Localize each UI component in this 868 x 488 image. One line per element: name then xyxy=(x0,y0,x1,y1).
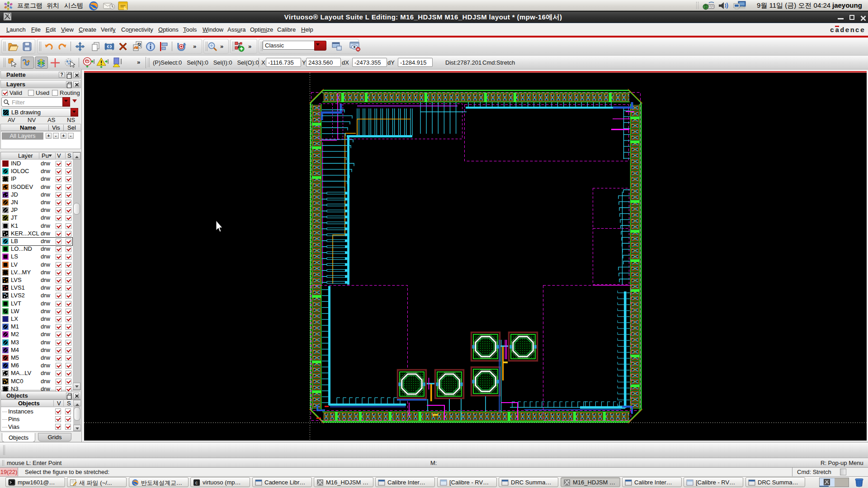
svg-text:c: c xyxy=(195,480,198,485)
svg-text:cadence: cadence xyxy=(830,27,864,33)
